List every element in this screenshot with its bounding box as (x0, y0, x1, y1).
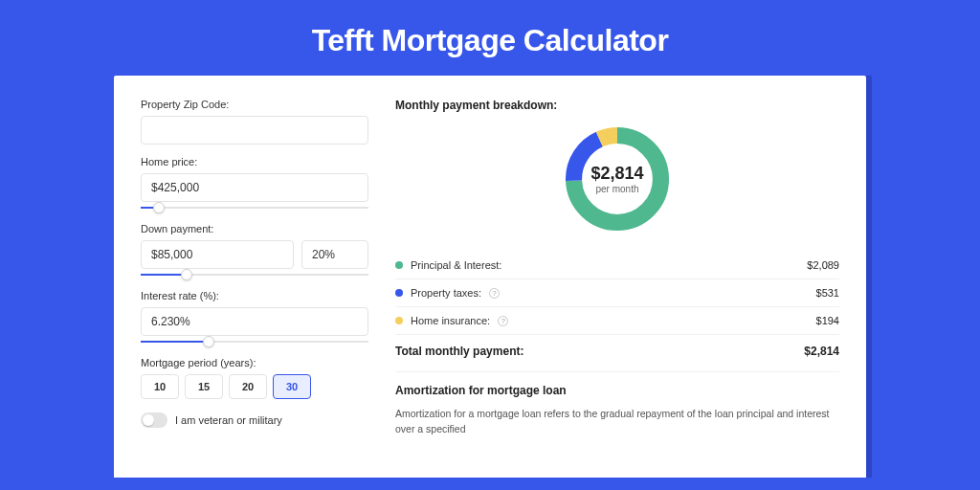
info-icon[interactable]: ? (498, 316, 508, 326)
total-row: Total monthly payment: $2,814 (395, 335, 839, 371)
down-label: Down payment: (141, 223, 368, 234)
period-label: Mortgage period (years): (141, 357, 368, 368)
donut-sub: per month (595, 184, 638, 194)
down-slider[interactable] (141, 271, 368, 278)
donut-center: $2,814 per month (560, 122, 675, 236)
breakdown-title: Monthly payment breakdown: (395, 99, 839, 112)
results-panel: Monthly payment breakdown: $2,814 per mo… (395, 99, 839, 478)
period-option-20[interactable]: 20 (229, 374, 267, 399)
down-pct-input[interactable] (301, 240, 368, 269)
form-panel: Property Zip Code: Home price: Down paym… (141, 99, 368, 478)
period-option-10[interactable]: 10 (141, 374, 179, 399)
legend: Principal & Interest:$2,089Property taxe… (395, 252, 839, 335)
legend-value: $2,089 (807, 259, 839, 271)
rate-slider-thumb[interactable] (203, 336, 214, 347)
down-slider-fill (141, 274, 187, 276)
zip-field: Property Zip Code: (141, 99, 368, 145)
calculator-card: Property Zip Code: Home price: Down paym… (114, 76, 866, 478)
total-value: $2,814 (804, 345, 839, 358)
period-field: Mortgage period (years): 10152030 (141, 357, 368, 399)
rate-input[interactable] (141, 307, 368, 336)
price-input[interactable] (141, 173, 368, 202)
period-option-30[interactable]: 30 (273, 374, 311, 399)
donut-chart: $2,814 per month (560, 122, 675, 236)
rate-slider-fill (141, 341, 209, 343)
veteran-toggle[interactable] (141, 412, 167, 428)
legend-label: Property taxes: (411, 287, 481, 299)
amort-text: Amortization for a mortgage loan refers … (395, 407, 839, 437)
rate-label: Interest rate (%): (141, 290, 368, 301)
zip-label: Property Zip Code: (141, 99, 368, 110)
info-icon[interactable]: ? (489, 288, 500, 299)
amort-title: Amortization for mortgage loan (395, 371, 839, 397)
price-field: Home price: (141, 156, 368, 212)
period-options: 10152030 (141, 374, 368, 399)
legend-value: $531 (816, 287, 839, 299)
price-slider[interactable] (141, 204, 368, 212)
price-slider-thumb[interactable] (153, 202, 165, 213)
rate-slider[interactable] (141, 338, 368, 345)
total-label: Total monthly payment: (395, 345, 523, 358)
legend-label: Principal & Interest: (411, 259, 501, 271)
zip-input[interactable] (141, 116, 368, 145)
legend-dot-icon (395, 261, 403, 269)
period-option-15[interactable]: 15 (185, 374, 223, 399)
legend-dot-icon (395, 289, 403, 297)
down-slider-thumb[interactable] (181, 269, 192, 280)
legend-value: $194 (816, 315, 839, 326)
down-amount-input[interactable] (141, 240, 294, 269)
legend-label: Home insurance: (411, 315, 490, 326)
legend-row: Principal & Interest:$2,089 (395, 252, 839, 279)
page-title: Tefft Mortgage Calculator (0, 0, 980, 76)
veteran-row: I am veteran or military (141, 412, 368, 428)
veteran-label: I am veteran or military (175, 414, 282, 426)
price-label: Home price: (141, 156, 368, 167)
legend-row: Home insurance:?$194 (395, 307, 839, 335)
down-field: Down payment: (141, 223, 368, 278)
legend-row: Property taxes:?$531 (395, 279, 839, 307)
rate-field: Interest rate (%): (141, 290, 368, 345)
legend-dot-icon (395, 317, 403, 324)
toggle-knob (143, 414, 154, 426)
donut-chart-wrap: $2,814 per month (395, 122, 839, 236)
donut-value: $2,814 (590, 164, 643, 184)
